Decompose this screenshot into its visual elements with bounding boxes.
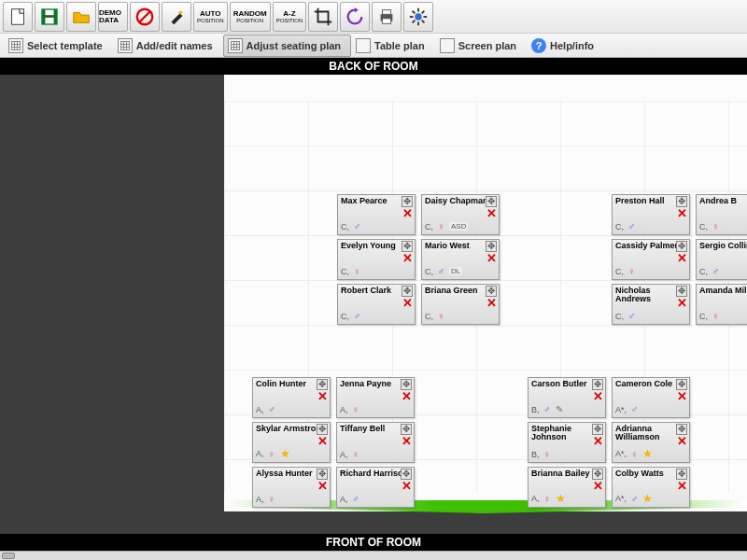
seat-card[interactable]: Nicholas AndrewsC,♂✕: [612, 284, 690, 325]
male-icon: ♂: [710, 265, 722, 277]
remove-student-button[interactable]: ✕: [317, 390, 328, 402]
auto-position-button[interactable]: AUTOPOSITION: [193, 2, 228, 32]
move-handle-icon[interactable]: [592, 379, 603, 390]
student-meta: A*,♀★: [615, 447, 653, 460]
seat-card[interactable]: Preston HallC,♂✕: [612, 194, 690, 235]
move-handle-icon[interactable]: [402, 241, 413, 252]
tab-adjust-seating[interactable]: Adjust seating plan: [223, 35, 351, 57]
az-position-button[interactable]: A-ZPOSITION: [273, 2, 307, 32]
student-meta: A,♂: [256, 403, 278, 415]
seat-card[interactable]: Cassidy PalmerC,♀✕: [612, 239, 690, 280]
move-handle-icon[interactable]: [592, 424, 603, 435]
horizontal-scrollbar[interactable]: [0, 551, 747, 560]
seat-card[interactable]: Amanda MillerC,♀✕: [696, 284, 747, 325]
remove-student-button[interactable]: ✕: [593, 480, 603, 492]
remove-student-button[interactable]: ✕: [317, 480, 328, 492]
star-icon: ★: [642, 492, 653, 505]
move-handle-icon[interactable]: [317, 424, 328, 435]
move-handle-icon[interactable]: [486, 241, 497, 252]
seat-card[interactable]: Briana GreenC,♀✕: [421, 284, 500, 325]
tab-add-names[interactable]: Add/edit names: [113, 35, 223, 57]
move-handle-icon[interactable]: [401, 379, 412, 390]
move-handle-icon[interactable]: [402, 196, 413, 207]
seat-card[interactable]: Carson ButlerB,♂✎✕: [528, 377, 606, 418]
student-meta: C,♀: [699, 220, 722, 232]
tab-table-plan[interactable]: Table plan: [351, 35, 435, 57]
remove-student-button[interactable]: ✕: [677, 252, 687, 264]
demo-data-button[interactable]: DEMO DATA: [98, 2, 128, 32]
settings-button[interactable]: [403, 2, 433, 32]
move-handle-icon[interactable]: [402, 286, 413, 297]
crop-button[interactable]: [308, 2, 338, 32]
student-meta: C,♂: [699, 265, 722, 277]
move-handle-icon[interactable]: [317, 469, 328, 480]
seat-card[interactable]: Sergio CollinsC,♂✕: [696, 239, 747, 280]
move-handle-icon[interactable]: [486, 286, 497, 297]
seat-card[interactable]: Robert ClarkC,♂✕: [337, 284, 416, 325]
seat-card[interactable]: Alyssa HunterA,♀✕: [252, 467, 331, 508]
move-handle-icon[interactable]: [676, 424, 687, 435]
seat-card[interactable]: Mario WestC,♂DL✕: [421, 239, 500, 280]
remove-student-button[interactable]: ✕: [593, 390, 603, 402]
print-button[interactable]: [372, 2, 402, 32]
seat-card[interactable]: Jenna PayneA,♀✕: [336, 377, 415, 418]
move-handle-icon[interactable]: [676, 241, 687, 252]
remove-student-button[interactable]: ✕: [677, 297, 687, 309]
remove-student-button[interactable]: ✕: [677, 480, 687, 492]
remove-student-button[interactable]: ✕: [486, 252, 497, 264]
seat-card[interactable]: Daisy ChapmanC,♀ASD✕: [421, 194, 500, 235]
seat-card[interactable]: Adrianna WilliamsonA*,♀★✕: [612, 422, 690, 463]
seat-card[interactable]: Stephanie JohnsonB,♀✕: [528, 422, 606, 463]
remove-student-button[interactable]: ✕: [677, 390, 687, 402]
scroll-thumb[interactable]: [2, 553, 15, 559]
seat-card[interactable]: Andrea BC,♀✕: [696, 194, 747, 235]
tab-select-template[interactable]: Select template: [4, 35, 113, 57]
move-handle-icon[interactable]: [401, 469, 412, 480]
open-button[interactable]: [66, 2, 96, 32]
student-name: Sergio Collins: [699, 242, 747, 260]
student-meta: A,♂: [340, 493, 362, 505]
new-file-button[interactable]: [3, 2, 33, 32]
seat-card[interactable]: Skylar ArmstrongA,♀★✕: [252, 422, 331, 463]
female-icon: ♀: [435, 310, 447, 322]
seat-card[interactable]: Colin HunterA,♂✕: [252, 377, 331, 418]
seat-card[interactable]: Brianna BaileyA,♀★✕: [528, 467, 606, 508]
random-position-button[interactable]: RANDOMPOSITION: [230, 2, 271, 32]
seat-card[interactable]: Colby WattsA*,♂★✕: [612, 467, 690, 508]
remove-student-button[interactable]: ✕: [402, 480, 412, 492]
remove-student-button[interactable]: ✕: [402, 252, 413, 264]
tab-help[interactable]: ?Help/info: [527, 35, 604, 57]
move-handle-icon[interactable]: [676, 379, 687, 390]
magic-arrange-button[interactable]: [162, 2, 191, 32]
seat-card[interactable]: Evelyn YoungC,♀✕: [337, 239, 416, 280]
seat-card[interactable]: Cameron ColeA*,♂✕: [612, 377, 690, 418]
move-handle-icon[interactable]: [676, 469, 687, 480]
move-handle-icon[interactable]: [486, 196, 497, 207]
remove-student-button[interactable]: ✕: [677, 207, 687, 219]
move-handle-icon[interactable]: [317, 379, 328, 390]
female-icon: ♀: [266, 448, 278, 460]
save-button[interactable]: [35, 2, 64, 32]
seat-card[interactable]: Max PearceC,♂✕: [337, 194, 416, 235]
remove-student-button[interactable]: ✕: [402, 297, 413, 309]
remove-student-button[interactable]: ✕: [402, 207, 413, 219]
remove-student-button[interactable]: ✕: [677, 435, 687, 447]
remove-student-button[interactable]: ✕: [402, 390, 412, 402]
clear-button[interactable]: [130, 2, 160, 32]
student-meta: C,♂: [615, 310, 638, 322]
remove-student-button[interactable]: ✕: [486, 207, 497, 219]
move-handle-icon[interactable]: [676, 286, 687, 297]
move-handle-icon[interactable]: [592, 469, 603, 480]
svg-line-5: [140, 11, 150, 21]
remove-student-button[interactable]: ✕: [317, 435, 328, 447]
remove-student-button[interactable]: ✕: [593, 435, 603, 447]
rotate-button[interactable]: [340, 2, 370, 32]
seat-card[interactable]: Richard HarrisonA,♂✕: [336, 467, 415, 508]
remove-student-button[interactable]: ✕: [402, 435, 412, 447]
tab-screen-plan[interactable]: Screen plan: [435, 35, 527, 57]
move-handle-icon[interactable]: [676, 196, 687, 207]
seat-card[interactable]: Tiffany BellA,♀✕: [336, 422, 415, 463]
svg-rect-8: [383, 18, 391, 23]
move-handle-icon[interactable]: [401, 424, 412, 435]
remove-student-button[interactable]: ✕: [486, 297, 497, 309]
